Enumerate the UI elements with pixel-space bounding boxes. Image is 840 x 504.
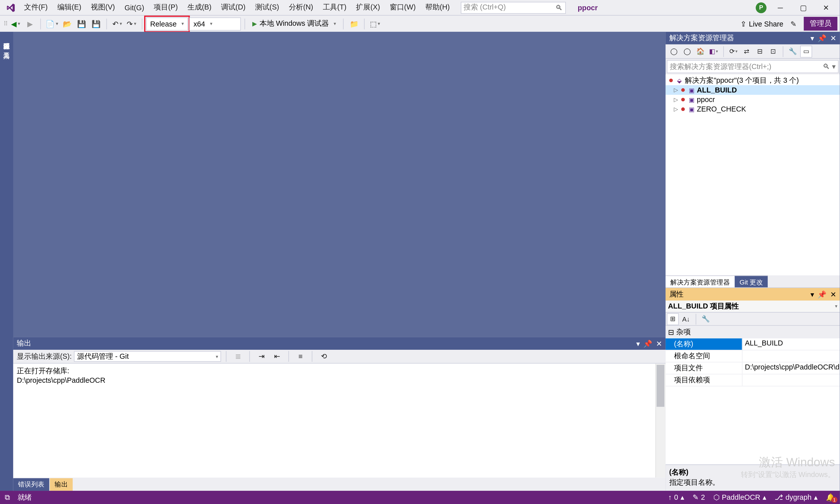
output-scrollbar[interactable] — [655, 363, 666, 478]
open-file-button[interactable]: 📂 — [61, 17, 74, 30]
se-forward-button[interactable]: ◯ — [681, 45, 693, 57]
menu-edit[interactable]: 编辑(E) — [53, 0, 86, 15]
se-back-button[interactable]: ◯ — [668, 45, 680, 57]
prop-value[interactable]: D:\projects\cpp\PaddleOCR\d — [742, 362, 840, 374]
git-changes-tab[interactable]: Git 更改 — [735, 275, 768, 288]
tree-solution-node[interactable]: ⬙ 解决方案"ppocr"(3 个项目，共 3 个) — [666, 75, 840, 85]
undo-button[interactable]: ↶ — [110, 17, 124, 30]
properties-grid[interactable]: ⊟ 杂项 (名称) ALL_BUILD 根命名空间 项目文件 D:\projec… — [666, 326, 840, 464]
se-properties-button[interactable]: 🔧 — [787, 45, 799, 57]
menu-help[interactable]: 帮助(H) — [421, 0, 455, 15]
nav-back-button[interactable]: ◀ — [9, 17, 22, 30]
menu-project[interactable]: 项目(P) — [149, 0, 183, 15]
status-repo[interactable]: ⬡ PaddleOCR ▴ — [713, 493, 766, 502]
se-home-button[interactable]: 🏠 — [694, 45, 706, 57]
start-debug-button[interactable]: ▶ 本地 Windows 调试器 — [249, 17, 340, 30]
menu-tools[interactable]: 工具(T) — [318, 0, 351, 15]
status-notifications[interactable]: 🔔1 — [826, 493, 835, 502]
redo-button[interactable]: ↷ — [125, 17, 138, 30]
output-tb-2[interactable]: ⇥ — [255, 350, 268, 363]
properties-titlebar[interactable]: 属性 ▾ 📌 ✕ — [666, 288, 840, 301]
props-category-misc[interactable]: ⊟ 杂项 — [666, 326, 840, 338]
solution-explorer-search[interactable]: 搜索解决方案资源管理器(Ctrl+;) 🔍︎ ▾ — [667, 60, 839, 73]
window-minimize-button[interactable]: ─ — [771, 1, 789, 14]
se-collapse-button[interactable]: ⊟ — [754, 45, 766, 57]
status-publish[interactable]: ↑ 0 ▴ — [668, 493, 684, 502]
prop-value[interactable] — [742, 350, 840, 362]
output-textarea[interactable]: 正在打开存储库: D:\projects\cpp\PaddleOCR — [13, 363, 666, 478]
output-tb-1[interactable]: ≣ — [232, 350, 245, 363]
solution-tree[interactable]: ⬙ 解决方案"ppocr"(3 个项目，共 3 个) ▷ ▣ ALL_BUILD… — [666, 74, 840, 275]
error-list-tab[interactable]: 错误列表 — [13, 478, 49, 491]
collapse-icon[interactable]: ⊟ — [668, 328, 674, 337]
expander-icon[interactable]: ▷ — [673, 106, 679, 112]
tree-project-allbuild[interactable]: ▷ ▣ ALL_BUILD — [666, 85, 840, 95]
panel-dropdown-icon[interactable]: ▾ — [636, 339, 640, 348]
se-switch-view-button[interactable]: ◧ — [708, 45, 720, 57]
prop-value[interactable]: ALL_BUILD — [742, 339, 840, 350]
output-source-dropdown[interactable]: 源代码管理 - Git — [74, 351, 221, 362]
tree-project-zerocheck[interactable]: ▷ ▣ ZERO_CHECK — [666, 105, 840, 114]
solution-explorer-titlebar[interactable]: 解决方案资源管理器 ▾ 📌 ✕ — [666, 32, 840, 44]
se-sync-button[interactable]: ⇄ — [741, 45, 753, 57]
tb-misc-1[interactable]: 📁 — [347, 17, 361, 30]
prop-value[interactable] — [742, 375, 840, 386]
feedback-button[interactable]: ✎ — [787, 17, 800, 30]
user-avatar[interactable]: P — [756, 2, 767, 13]
output-tb-5[interactable]: ⟲ — [318, 350, 331, 363]
se-pin-icon[interactable]: 📌 — [818, 34, 826, 42]
output-tab[interactable]: 输出 — [50, 478, 73, 491]
props-row-name[interactable]: (名称) ALL_BUILD — [666, 339, 840, 350]
window-maximize-button[interactable]: ▢ — [794, 1, 812, 14]
status-branch[interactable]: ⎇ dygraph ▴ — [775, 493, 818, 502]
props-categorized-button[interactable]: ⊞ — [667, 313, 679, 325]
props-close-icon[interactable]: ✕ — [830, 290, 836, 299]
status-changes[interactable]: ✎ 2 — [692, 493, 705, 502]
se-filter-button[interactable]: ⟳ — [727, 45, 739, 57]
config-dropdown[interactable]: Release — [146, 17, 188, 30]
props-row-namespace[interactable]: 根命名空间 — [666, 350, 840, 362]
expander-icon[interactable]: ▷ — [673, 96, 679, 103]
props-pin-icon[interactable]: 📌 — [818, 290, 826, 299]
output-tb-3[interactable]: ⇤ — [271, 350, 284, 363]
menu-build[interactable]: 生成(B) — [183, 0, 216, 15]
server-explorer-tab[interactable]: 服务器资源管理器 — [1, 36, 13, 40]
menu-debug[interactable]: 调试(D) — [216, 0, 250, 15]
props-row-deps[interactable]: 项目依赖项 — [666, 375, 840, 386]
menu-view[interactable]: 视图(V) — [86, 0, 120, 15]
menu-file[interactable]: 文件(F) — [19, 0, 53, 15]
props-row-projfile[interactable]: 项目文件 D:\projects\cpp\PaddleOCR\d — [666, 362, 840, 375]
se-preview-button[interactable]: ▭ — [800, 45, 812, 57]
se-close-icon[interactable]: ✕ — [830, 34, 836, 42]
platform-dropdown[interactable]: x64 — [189, 17, 241, 30]
output-title-bar[interactable]: 输出 ▾ 📌 ✕ — [13, 337, 666, 350]
output-window-icon[interactable]: ⧉ — [5, 493, 10, 502]
panel-close-icon[interactable]: ✕ — [656, 339, 662, 348]
window-close-button[interactable]: ✕ — [817, 1, 835, 14]
toolbox-tab[interactable]: 工具箱 — [1, 45, 13, 50]
new-project-button[interactable]: 📄 — [45, 17, 59, 30]
menu-git[interactable]: Git(G) — [120, 1, 149, 14]
solution-explorer-tab[interactable]: 解决方案资源管理器 — [666, 275, 735, 288]
menu-analyze[interactable]: 分析(N) — [284, 0, 318, 15]
live-share-button[interactable]: ⇪ Live Share — [737, 19, 787, 28]
save-button[interactable]: 💾 — [75, 17, 88, 30]
props-dropdown-icon[interactable]: ▾ — [810, 290, 814, 299]
tree-project-ppocr[interactable]: ▷ ▣ ppocr — [666, 95, 840, 104]
tb-misc-2[interactable]: ⬚ — [368, 17, 382, 30]
output-tb-4[interactable]: ≡ — [294, 350, 307, 363]
quick-search-input[interactable]: 搜索 (Ctrl+Q) 🔍︎ — [461, 1, 566, 14]
save-all-button[interactable]: 💾 — [90, 17, 103, 30]
menu-test[interactable]: 测试(S) — [250, 0, 284, 15]
properties-object-selector[interactable]: ALL_BUILD 项目属性 — [666, 301, 840, 312]
nav-forward-button[interactable]: ▶ — [23, 17, 37, 30]
props-alpha-button[interactable]: A↓ — [680, 313, 692, 325]
se-dropdown-icon[interactable]: ▾ — [810, 34, 814, 42]
expander-icon[interactable]: ▷ — [673, 87, 679, 93]
panel-pin-icon[interactable]: 📌 — [643, 339, 652, 348]
menu-extensions[interactable]: 扩展(X) — [351, 0, 385, 15]
menu-window[interactable]: 窗口(W) — [385, 0, 421, 15]
se-showall-button[interactable]: ⊡ — [767, 45, 779, 57]
scrollbar-thumb[interactable] — [656, 365, 664, 407]
props-pages-button[interactable]: 🔧 — [700, 313, 712, 325]
